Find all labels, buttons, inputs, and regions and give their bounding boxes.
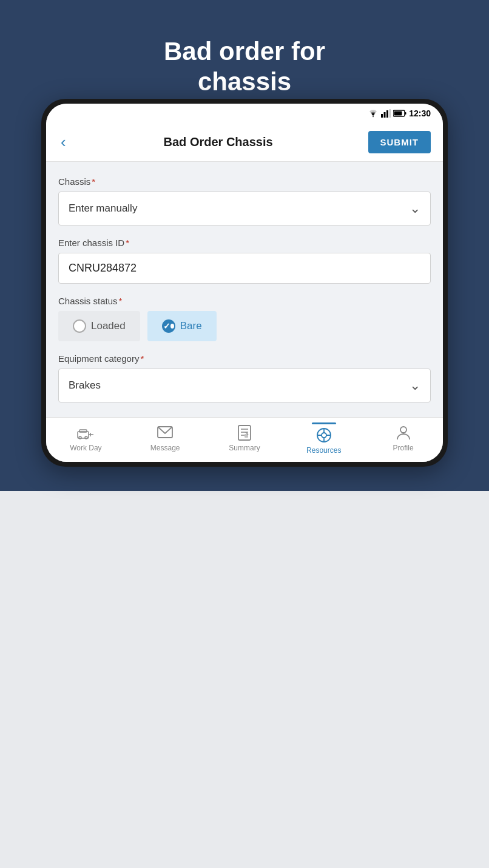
bare-option[interactable]: ✓ Bare [147,311,217,341]
svg-rect-6 [394,111,402,115]
bare-label: Bare [180,320,202,332]
back-button[interactable]: ‹ [58,130,69,154]
chassis-label: Chassis* [58,176,431,187]
equipment-category-value: Brakes [69,379,101,392]
nav-item-profile[interactable]: Profile [379,424,428,452]
resources-active-bar [312,422,336,424]
chassis-id-input[interactable] [58,253,431,284]
svg-rect-8 [79,430,87,432]
profile-nav-label: Profile [393,444,414,452]
nav-item-workday[interactable]: Work Day [61,424,110,452]
chassis-dropdown[interactable]: Enter manually ⌄ [58,192,431,225]
resources-nav-label: Resources [306,446,341,455]
phone-wrapper: 12:30 ‹ Bad Order Chassis SUBMIT Chassis… [41,99,448,467]
svg-rect-3 [390,109,391,118]
chassis-chevron-icon: ⌄ [410,201,420,216]
form-content: Chassis* Enter manually ⌄ Enter chassis … [46,162,443,417]
svg-rect-1 [384,112,386,118]
chassis-status-label: Chassis status* [58,296,431,306]
svg-point-10 [85,436,87,439]
chassis-status-section: Chassis status* Loaded ✓ [58,296,431,341]
app-header-title: Bad Order Chassis [164,135,273,149]
chassis-id-label: Enter chassis ID* [58,238,431,248]
nav-item-summary[interactable]: Summary [220,424,269,452]
resources-icon [315,427,332,444]
app-header: ‹ Bad Order Chassis SUBMIT [46,123,443,162]
svg-point-26 [400,427,406,433]
loaded-label: Loaded [91,320,126,332]
svg-point-21 [322,433,326,438]
bottom-nav: Work Day Message [46,417,443,462]
page-title: Bad order for chassis [164,36,325,98]
status-bar: 12:30 [46,104,443,123]
svg-rect-0 [381,114,383,118]
battery-icon [393,110,406,117]
bare-radio-circle: ✓ [162,319,175,333]
chassis-section: Chassis* Enter manually ⌄ [58,176,431,225]
chassis-status-radio-group: Loaded ✓ Bare [58,311,431,341]
signal-icon [381,109,391,118]
svg-point-9 [79,436,81,439]
phone-frame: 12:30 ‹ Bad Order Chassis SUBMIT Chassis… [41,99,448,467]
chassis-id-section: Enter chassis ID* [58,238,431,284]
status-icons: 12:30 [368,109,431,118]
message-icon [157,424,174,441]
status-time: 12:30 [409,109,431,118]
summary-nav-label: Summary [229,444,260,452]
nav-item-resources[interactable]: Resources [300,422,348,455]
message-nav-label: Message [150,444,180,452]
workday-icon [77,424,94,441]
svg-rect-5 [405,112,406,115]
loaded-radio-circle [73,319,86,333]
submit-button[interactable]: SUBMIT [368,131,431,153]
equipment-category-chevron-icon: ⌄ [410,378,420,393]
background-header: Bad order for chassis [0,0,489,491]
checkmark-icon: ✓ [163,321,170,331]
nav-item-message[interactable]: Message [141,424,189,452]
svg-rect-2 [386,110,388,118]
chassis-dropdown-value: Enter manually [69,202,137,215]
equipment-category-dropdown[interactable]: Brakes ⌄ [58,369,431,402]
summary-icon [236,424,253,441]
profile-icon [395,424,412,441]
phone-inner: 12:30 ‹ Bad Order Chassis SUBMIT Chassis… [46,104,443,462]
wifi-icon [368,109,379,118]
equipment-category-label: Equipment category* [58,353,431,364]
equipment-category-section: Equipment category* Brakes ⌄ [58,353,431,402]
svg-rect-14 [238,426,251,440]
workday-nav-label: Work Day [70,444,101,452]
loaded-option[interactable]: Loaded [58,311,140,341]
